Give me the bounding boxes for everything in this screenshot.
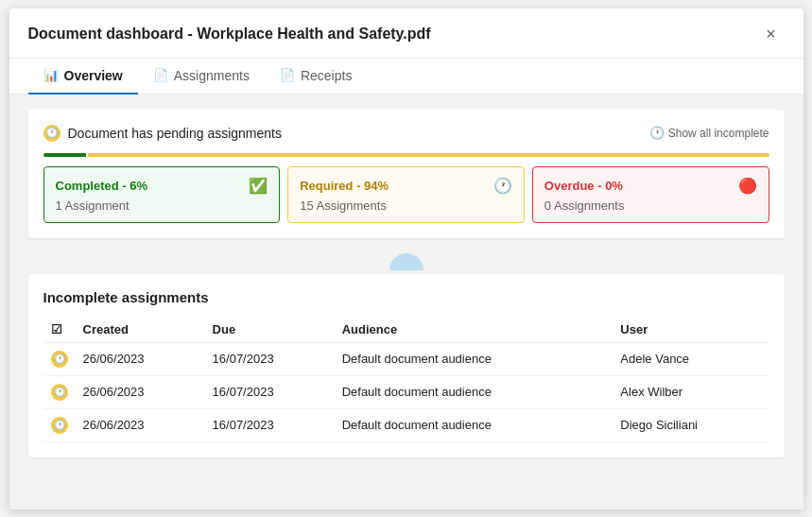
dialog-body: 🕐 Document has pending assignments 🕐 Sho… [9,95,803,509]
progress-completed [43,153,87,157]
incomplete-section-title: Incomplete assignments [43,289,769,305]
tab-receipts-label: Receipts [301,68,352,83]
pending-card: 🕐 Document has pending assignments 🕐 Sho… [28,110,785,238]
close-button[interactable]: × [758,22,785,48]
assignments-tab-icon: 📄 [153,68,168,82]
pending-title-text: Document has pending assignments [68,126,282,141]
th-audience: Audience [335,317,613,343]
show-incomplete-label: Show all incomplete [668,127,769,140]
stat-completed: Completed - 6% ✅ 1 Assignment [43,166,281,223]
row-due: 16/07/2023 [205,375,335,408]
tab-receipts[interactable]: 📄 Receipts [265,59,367,95]
pending-header: 🕐 Document has pending assignments 🕐 Sho… [43,125,769,142]
tab-assignments[interactable]: 📄 Assignments [138,59,265,95]
dialog-header: Document dashboard - Workplace Health an… [9,9,803,59]
show-incomplete-button[interactable]: 🕐 Show all incomplete [649,126,769,140]
table-row: 🕐 26/06/2023 16/07/2023 Default document… [43,342,769,375]
dialog-title: Document dashboard - Workplace Health an… [28,26,431,54]
table-header-row: ☑ Created Due Audience User [43,317,769,343]
row-user: Alex Wilber [613,375,769,408]
stat-required-count: 15 Assignments [300,198,512,213]
stat-overdue-count: 0 Assignments [544,198,757,213]
assignments-table: ☑ Created Due Audience User 🕐 26/06/2023… [43,317,769,442]
th-created: Created [76,317,205,343]
show-incomplete-icon: 🕐 [649,126,665,140]
stat-required-header: Required - 94% 🕐 [300,177,512,195]
tab-bar: 📊 Overview 📄 Assignments 📄 Receipts [9,59,803,95]
row-audience: Default document audience [335,342,613,375]
incomplete-section: Incomplete assignments ☑ Created Due Aud… [28,274,785,457]
progress-bar [43,153,769,157]
row-clock-cell: 🕐 [43,408,76,441]
row-due: 16/07/2023 [205,342,335,375]
row-due: 16/07/2023 [205,408,335,441]
stat-completed-count: 1 Assignment [56,198,268,213]
row-clock-icon: 🕐 [51,384,68,401]
row-audience: Default document audience [335,408,613,441]
overview-tab-icon: 📊 [43,68,59,82]
scroll-hint [28,253,785,270]
row-audience: Default document audience [335,375,613,408]
th-user: User [613,317,769,343]
tab-overview-label: Overview [64,68,123,83]
stat-completed-label: Completed - 6% [56,179,148,193]
stat-overdue-label: Overdue - 0% [544,179,623,193]
row-clock-icon: 🕐 [51,417,68,434]
stat-required-icon: 🕐 [493,177,512,195]
row-created: 26/06/2023 [76,375,205,408]
row-created: 26/06/2023 [76,408,205,441]
stat-completed-icon: ✅ [249,177,268,195]
scroll-hint-circle [389,253,423,270]
row-user: Adele Vance [613,342,769,375]
stat-required: Required - 94% 🕐 15 Assignments [287,166,525,223]
dialog: Document dashboard - Workplace Health an… [9,9,803,509]
row-clock-icon: 🕐 [51,351,68,368]
pending-title: 🕐 Document has pending assignments [43,125,282,142]
row-clock-cell: 🕐 [43,342,76,375]
table-row: 🕐 26/06/2023 16/07/2023 Default document… [43,408,769,441]
row-created: 26/06/2023 [76,342,205,375]
table-row: 🕐 26/06/2023 16/07/2023 Default document… [43,375,769,408]
stats-row: Completed - 6% ✅ 1 Assignment Required -… [43,166,769,223]
tab-overview[interactable]: 📊 Overview [28,59,138,95]
th-due: Due [205,317,335,343]
row-clock-cell: 🕐 [43,375,76,408]
checkbox-icon: ☑ [51,322,62,336]
stat-overdue-icon: 🔴 [738,177,757,195]
stat-required-label: Required - 94% [300,179,389,193]
th-icon: ☑ [43,317,76,343]
stat-completed-header: Completed - 6% ✅ [56,177,268,195]
row-user: Diego Siciliani [613,408,769,441]
pending-clock-icon: 🕐 [43,125,60,142]
stat-overdue-header: Overdue - 0% 🔴 [544,177,757,195]
receipts-tab-icon: 📄 [280,68,295,82]
progress-required [88,153,769,157]
assignments-table-wrapper[interactable]: ☑ Created Due Audience User 🕐 26/06/2023… [43,317,769,442]
stat-overdue: Overdue - 0% 🔴 0 Assignments [532,166,769,223]
tab-assignments-label: Assignments [174,68,250,83]
